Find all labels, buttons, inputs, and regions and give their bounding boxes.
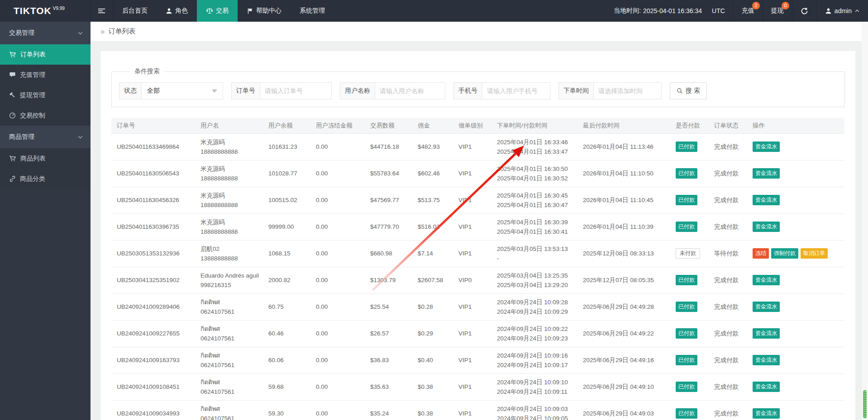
cell-order-status: 完成付款 [709, 400, 747, 420]
cell-user: 米克源码18888888888 [195, 187, 263, 213]
nav-label: 交易 [216, 7, 229, 15]
user-menu[interactable]: admin [816, 0, 868, 22]
sidebar-group-trade-management[interactable]: 交易管理 [0, 22, 91, 44]
nav-label: 角色 [175, 7, 188, 15]
local-time-label: 当地时间: [614, 7, 641, 15]
cell-actions: 资金流水 [747, 320, 844, 347]
fund-flow-button[interactable]: 资金流水 [753, 408, 780, 419]
pay-time: 2025年04月01日 16:30:52 [497, 174, 577, 183]
cell-balance: 60.06 [263, 347, 310, 373]
fund-flow-button[interactable]: 资金流水 [753, 195, 780, 205]
cell-frozen-amount: 0.00 [310, 187, 365, 213]
order-time-input[interactable] [594, 82, 662, 99]
pay-time: 2024年09月24日 10:09:17 [497, 360, 577, 370]
sidebar-item-product-list[interactable]: 商品列表 [0, 148, 91, 169]
phone-input[interactable] [482, 82, 550, 99]
vertical-scrollbar[interactable] [862, 22, 868, 420]
paid-status-badge: 已付款 [676, 408, 697, 419]
recharge-button[interactable]: 充值 2 [733, 0, 763, 22]
user-name: Eduardo Andrés aguil [200, 271, 263, 280]
pay-time: 2025年04月01日 16:33:47 [497, 147, 577, 156]
cell-last-pay-time: 2025年12月08日 08:33:13 [577, 240, 670, 267]
user-account: 0624107561 [200, 307, 263, 316]
recharge-count-badge: 2 [752, 2, 760, 9]
username-input[interactable] [375, 82, 445, 99]
cell-order-no: UB2409241009227655 [111, 320, 195, 347]
sidebar-item-withdraw-management[interactable]: 提现管理 [0, 85, 91, 105]
nav-item-trade[interactable]: 交易 [197, 0, 238, 22]
search-icon [677, 88, 683, 94]
cell-level: VIP0 [453, 267, 491, 293]
cell-order-status: 完成付款 [709, 160, 747, 187]
user-account: 0624107561 [200, 414, 263, 420]
cell-commission: $0.29 [412, 320, 453, 347]
order-time-label: 下单时间 [558, 82, 594, 99]
cell-order-pay-time: 2024年09月24日 10:09:032024年09月24日 10:09:05 [491, 400, 577, 420]
order-no-label: 订单号 [231, 82, 260, 99]
force-pay-button[interactable]: 强制付款 [771, 248, 798, 259]
fund-flow-button[interactable]: 资金流水 [753, 302, 780, 312]
sidebar-item-recharge-management[interactable]: 充值管理 [0, 65, 91, 85]
cell-level: VIP1 [453, 240, 491, 267]
freeze-button[interactable]: 冻结 [753, 248, 769, 259]
column-header: 用户余额 [263, 118, 310, 133]
user-icon [166, 8, 172, 14]
nav-item-roles[interactable]: 角色 [157, 0, 197, 22]
order-no-input[interactable] [260, 82, 332, 99]
column-header: 订单号 [111, 118, 195, 133]
paid-status-badge: 已付款 [676, 302, 697, 312]
cell-frozen-amount: 0.00 [310, 213, 365, 240]
fund-flow-button[interactable]: 资金流水 [753, 355, 780, 365]
cell-order-status: 完成付款 [709, 320, 747, 347]
withdraw-button[interactable]: 提现 0 [763, 0, 792, 22]
pay-time: 2025年04月01日 16:30:47 [497, 200, 577, 210]
cell-frozen-amount: 0.00 [310, 267, 365, 293]
hamburger-icon [98, 7, 105, 14]
refresh-button[interactable] [792, 0, 816, 22]
order-time: 2025年03月05日 13:53:13 [497, 244, 577, 254]
user-name: 米克源码 [200, 191, 263, 200]
nav-item-dashboard[interactable]: 后台首页 [113, 0, 157, 22]
search-button[interactable]: 搜 索 [670, 82, 707, 99]
topbar-right: 当地时间: 2025-04-01 16:36:34 UTC 充值 2 提现 0 … [606, 0, 868, 22]
chevron-up-icon [854, 8, 860, 14]
fund-flow-button[interactable]: 资金流水 [753, 142, 780, 152]
fund-flow-button[interactable]: 资金流水 [753, 168, 780, 179]
cell-paid-status: 已付款 [670, 320, 709, 347]
cell-balance: 59.30 [263, 400, 310, 420]
fund-flow-button[interactable]: 资金流水 [753, 328, 780, 339]
comment-icon [9, 71, 16, 78]
cell-commission: $602.46 [412, 160, 453, 187]
sidebar-group-label: 交易管理 [9, 29, 34, 37]
order-time: 2024年09月24日 10:09:28 [497, 297, 577, 307]
sidebar-item-product-category[interactable]: 商品分类 [0, 169, 91, 189]
paid-status-badge: 已付款 [676, 275, 697, 285]
status-select[interactable]: 全部 [142, 82, 223, 99]
sidebar: 交易管理 订单列表 充值管理 提现管理 交易控制 商品管理 商品列表 商品分类 [0, 22, 91, 420]
withdraw-count-badge: 0 [782, 2, 789, 9]
cell-order-no: UB2503051353132936 [111, 240, 195, 267]
fund-flow-button[interactable]: 资金流水 [753, 275, 780, 285]
nav-item-help-center[interactable]: 帮助中心 [238, 0, 291, 22]
fund-flow-button[interactable]: 资金流水 [753, 382, 780, 392]
fund-flow-button[interactable]: 资金流水 [753, 222, 780, 232]
status-filter: 状态 全部 [119, 82, 223, 99]
nav-item-system[interactable]: 系统管理 [291, 0, 334, 22]
table-row: UB2504011630456326米克源码18888888888100515.… [111, 187, 844, 213]
order-time: 2025年04月01日 16:33:46 [497, 137, 577, 147]
scrollbar-thumb[interactable] [863, 390, 867, 418]
sidebar-item-trade-control[interactable]: 交易控制 [0, 105, 91, 126]
cell-trade-amount: $44716.18 [365, 133, 412, 160]
sidebar-group-product-management[interactable]: 商品管理 [0, 126, 91, 148]
cell-paid-status: 已付款 [670, 347, 709, 373]
cell-user: 米克源码18888888888 [195, 133, 263, 160]
pay-time: 2024年09月24日 10:09:11 [497, 387, 577, 396]
sidebar-toggle-button[interactable] [91, 0, 113, 22]
sidebar-item-order-list[interactable]: 订单列表 [0, 44, 91, 65]
cell-order-pay-time: 2025年04月01日 16:30:452025年04月01日 16:30:47 [491, 187, 577, 213]
cell-balance: 60.46 [263, 320, 310, 347]
cell-balance: 101028.77 [263, 160, 310, 187]
cancel-order-button[interactable]: 取消订单 [801, 248, 828, 259]
cell-trade-amount: $35.63 [365, 373, 412, 400]
cell-level: VIP1 [453, 133, 491, 160]
